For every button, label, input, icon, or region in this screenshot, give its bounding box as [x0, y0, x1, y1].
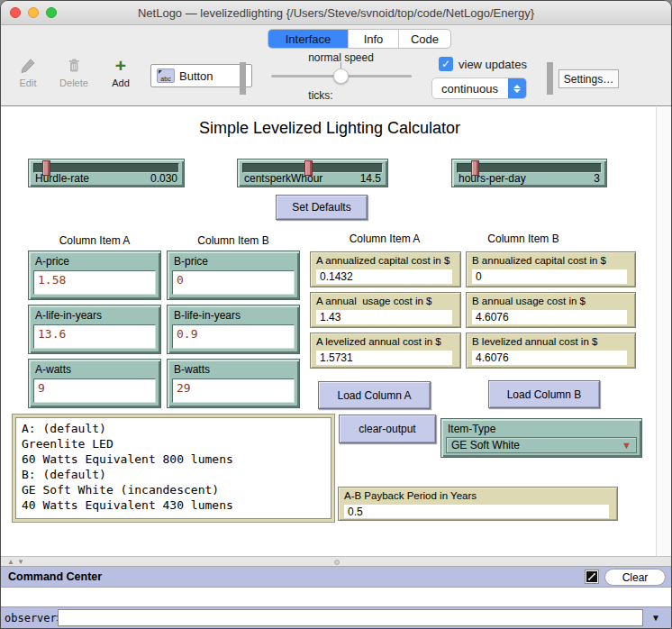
- command-input[interactable]: [58, 609, 643, 626]
- monitor-column-a-header: Column Item A: [322, 232, 448, 245]
- update-mode-select[interactable]: continuous: [431, 77, 527, 99]
- set-defaults-button[interactable]: Set Defaults: [276, 195, 368, 220]
- input-label: A-life-in-years: [35, 309, 102, 322]
- observer-prompt: observer>: [5, 612, 63, 624]
- input-label: B-price: [174, 255, 208, 268]
- edit-button[interactable]: Edit: [11, 58, 45, 88]
- input-b-life-in-years: B-life-in-years 0.9: [167, 305, 300, 354]
- splitter-collapse-icons[interactable]: ▲▼: [7, 558, 27, 566]
- monitor-label: A-B Payback Period in Years: [344, 490, 477, 501]
- input-b-price: B-price 0: [167, 251, 300, 300]
- monitor-label: A annual usage cost in $: [316, 296, 432, 306]
- netlogo-window: NetLogo — levelizedlighting {/Users/Stev…: [0, 0, 672, 629]
- delete-label: Delete: [59, 77, 88, 88]
- monitor-label: B levelized annual cost in $: [472, 336, 597, 347]
- monitor-value: 4.6076: [472, 310, 627, 324]
- window-title: NetLogo — levelizedlighting {/Users/Stev…: [1, 6, 671, 20]
- pencil-icon: [11, 58, 45, 76]
- update-mode-value: continuous: [432, 82, 508, 96]
- monitor-label: A annualized capital cost in $: [316, 255, 450, 266]
- slider-name: centsperkWhour: [244, 172, 322, 185]
- input-field[interactable]: 0.9: [172, 324, 295, 349]
- ticks-label: ticks:: [271, 89, 370, 102]
- input-field[interactable]: 0: [172, 270, 295, 295]
- monitor-value: 1.5731: [316, 351, 452, 365]
- toolbar-separator: [547, 62, 553, 95]
- output-line: Greenlite LED: [22, 436, 325, 451]
- add-button[interactable]: + Add: [103, 58, 139, 88]
- chooser-label: Item-Type: [448, 423, 495, 435]
- input-label: B-life-in-years: [174, 309, 241, 322]
- speed-slider-tick: [341, 62, 341, 68]
- output-line: GE Soft White (incandescent): [22, 482, 325, 497]
- monitor-value: 4.6076: [472, 351, 627, 365]
- load-column-b-button[interactable]: Load Column B: [488, 380, 600, 408]
- command-center-splitter[interactable]: ▲▼: [1, 556, 671, 567]
- monitor-payback-period: A-B Payback Period in Years 0.5: [338, 487, 618, 521]
- slider-name: hours-per-day: [459, 172, 526, 185]
- clear-output-button[interactable]: clear-output: [339, 415, 436, 443]
- checkbox-check-icon[interactable]: ✓: [439, 57, 453, 71]
- widget-type-value: Button: [179, 69, 234, 83]
- input-a-watts: A-watts 9: [28, 359, 161, 408]
- input-a-life-in-years: A-life-in-years 13.6: [28, 305, 161, 354]
- input-label: B-watts: [174, 363, 210, 376]
- monitor-label: A levelized annual cost in $: [316, 336, 441, 347]
- input-a-price: A-price 1.58: [28, 251, 161, 300]
- input-column-a-header: Column Item A: [32, 234, 158, 247]
- command-history-arrow-icon[interactable]: ▼: [651, 613, 660, 623]
- tab-segmented-control: Interface Info Code: [268, 29, 451, 49]
- slider-hours-per-day[interactable]: hours-per-day 3: [451, 159, 607, 187]
- toolbar-separator: [240, 62, 246, 95]
- input-label: A-watts: [35, 363, 71, 376]
- slider-hurdle-rate[interactable]: Hurdle-rate 0.030: [28, 159, 185, 187]
- input-column-b-header: Column Item B: [170, 234, 296, 247]
- edit-label: Edit: [20, 77, 37, 88]
- toolbar: Edit Delete + Add abc Button ▼ normal sp…: [1, 50, 671, 105]
- command-center-header: Command Center Clear: [1, 567, 671, 588]
- tab-interface[interactable]: Interface: [268, 30, 349, 48]
- speed-slider-thumb[interactable]: [333, 68, 349, 84]
- model-title: Simple Levelized Lighting Calculator: [1, 119, 658, 138]
- monitor-label: B annual usage cost in $: [472, 296, 586, 306]
- expand-icon[interactable]: [585, 570, 599, 584]
- monitor-b-annualized-capital-cost: B annualized capital cost in $ 0: [466, 251, 636, 287]
- monitor-value: 0.1432: [316, 269, 452, 284]
- trash-icon: [53, 58, 95, 76]
- delete-button[interactable]: Delete: [53, 58, 95, 88]
- monitor-value: 0: [472, 269, 627, 284]
- monitor-b-levelized-annual-cost: B levelized annual cost in $ 4.6076: [466, 333, 636, 369]
- monitor-a-levelized-annual-cost: A levelized annual cost in $ 1.5731: [310, 333, 461, 369]
- interface-canvas: Simple Levelized Lighting Calculator Hur…: [1, 105, 671, 556]
- widget-type-dropdown[interactable]: abc Button ▼: [150, 64, 252, 87]
- clear-button[interactable]: Clear: [604, 569, 666, 586]
- monitor-value: 1.43: [316, 310, 452, 324]
- plus-icon: +: [103, 58, 139, 76]
- add-label: Add: [112, 77, 130, 88]
- output-area: A: (default) Greenlite LED 60 Watts Equi…: [13, 415, 334, 522]
- monitor-value: 0.5: [344, 505, 609, 518]
- slider-name: Hurdle-rate: [35, 172, 89, 185]
- input-field[interactable]: 9: [33, 378, 156, 403]
- item-type-chooser[interactable]: Item-Type GE Soft White ▼: [440, 418, 642, 458]
- load-column-a-button[interactable]: Load Column A: [318, 381, 431, 409]
- vertical-scrollbar[interactable]: [656, 107, 670, 556]
- monitor-a-annual-usage-cost: A annual usage cost in $ 1.43: [310, 292, 461, 328]
- tab-code[interactable]: Code: [399, 30, 450, 48]
- splitter-handle-icon[interactable]: [334, 560, 340, 565]
- slider-value: 14.5: [360, 172, 381, 185]
- view-updates-label: view updates: [459, 58, 527, 71]
- input-field[interactable]: 29: [172, 378, 295, 403]
- chooser-arrow-icon: ▼: [622, 440, 631, 451]
- output-line: 40 Watts Equivalent 430 lumens: [22, 497, 325, 513]
- input-field[interactable]: 13.6: [33, 324, 156, 349]
- monitor-b-annual-usage-cost: B annual usage cost in $ 4.6076: [466, 292, 636, 328]
- input-field[interactable]: 1.58: [33, 270, 156, 295]
- command-center-title: Command Center: [8, 570, 102, 583]
- settings-button[interactable]: Settings…: [558, 69, 619, 88]
- tab-info[interactable]: Info: [349, 30, 399, 48]
- chooser-select[interactable]: GE Soft White ▼: [446, 437, 637, 453]
- slider-centsperkwhour[interactable]: centsperkWhour 14.5: [237, 159, 388, 187]
- button-widget-icon: abc: [157, 68, 175, 83]
- output-line: 60 Watts Equivalent 800 lumens: [22, 451, 325, 467]
